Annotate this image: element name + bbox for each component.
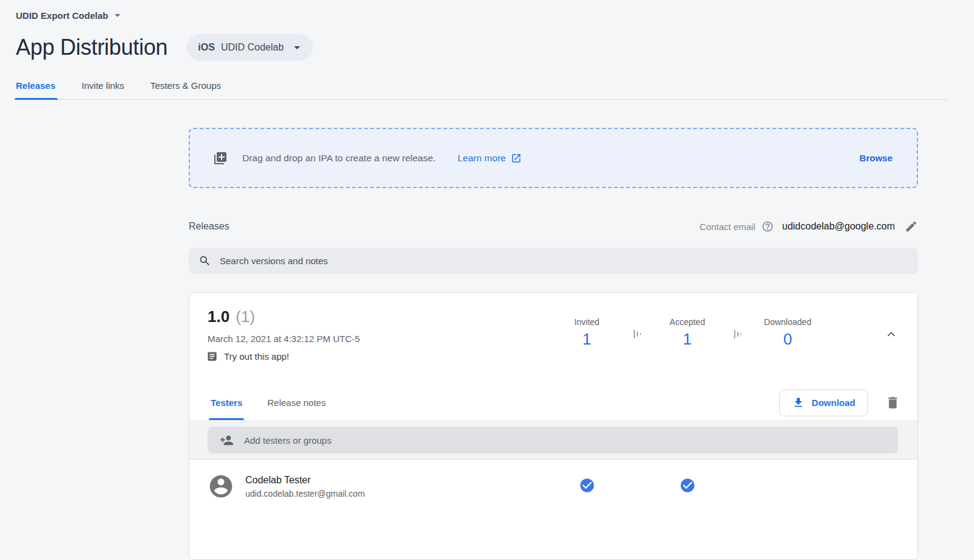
stat-invited-value: 1 <box>550 330 623 349</box>
learn-more-label: Learn more <box>458 153 506 164</box>
release-build-count: (1) <box>236 307 255 326</box>
release-stats: Invited 1 Accepted 1 Downloaded 0 <box>550 317 824 349</box>
ipa-dropzone[interactable]: Drag and drop an IPA to create a new rel… <box>189 128 918 188</box>
open-in-new-icon <box>511 153 522 164</box>
app-chip-name: UDID Codelab <box>221 42 284 53</box>
person-add-icon <box>220 433 234 447</box>
stat-separator-icon <box>623 317 651 339</box>
library-add-icon <box>213 151 228 166</box>
stat-downloaded: Downloaded 0 <box>751 317 824 349</box>
main-tab-bar: Releases Invite links Testers & Groups <box>15 75 947 100</box>
learn-more-link[interactable]: Learn more <box>458 153 522 164</box>
release-card: 1.0 (1) March 12, 2021 at 4:32:12 PM UTC… <box>189 292 918 560</box>
stat-invited: Invited 1 <box>550 317 623 349</box>
edit-contact-email-button[interactable] <box>905 220 918 233</box>
stat-accepted-value: 1 <box>651 330 724 349</box>
contact-email-label: Contact email <box>699 222 755 232</box>
tester-row: Codelab Tester udid.codelab.tester@gmail… <box>189 460 917 513</box>
tab-testers[interactable]: Testers <box>211 385 242 420</box>
invited-check-icon <box>579 477 595 494</box>
search-bar[interactable] <box>189 248 918 274</box>
trash-icon <box>885 395 900 410</box>
tab-release-notes[interactable]: Release notes <box>267 385 326 420</box>
help-icon[interactable] <box>762 220 774 233</box>
project-selector[interactable]: UDID Export Codelab <box>16 9 124 22</box>
stat-accepted: Accepted 1 <box>651 317 724 349</box>
release-version: 1.0 <box>208 307 229 326</box>
tab-testers-groups[interactable]: Testers & Groups <box>150 75 221 99</box>
dropzone-message: Drag and drop an IPA to create a new rel… <box>242 153 436 164</box>
page-header: UDID Export Codelab App Distribution iOS… <box>0 0 974 61</box>
stat-downloaded-label: Downloaded <box>751 317 824 327</box>
chevron-up-icon <box>884 327 899 341</box>
add-testers-field[interactable] <box>208 427 898 453</box>
add-testers-input[interactable] <box>244 435 886 446</box>
app-selector-chip[interactable]: iOS UDID Codelab <box>187 34 313 61</box>
download-button-label: Download <box>811 397 855 408</box>
tab-releases[interactable]: Releases <box>16 75 55 99</box>
caret-down-icon <box>290 40 304 55</box>
add-testers-section <box>189 421 917 460</box>
ios-platform-icon: iOS <box>198 42 215 53</box>
download-icon <box>792 396 805 409</box>
tester-name: Codelab Tester <box>245 475 365 486</box>
search-input[interactable] <box>220 256 908 266</box>
release-notes-preview: Try out this app! <box>224 351 289 362</box>
avatar-icon <box>208 473 234 500</box>
notes-icon <box>206 351 218 362</box>
caret-down-icon <box>111 9 124 22</box>
download-button[interactable]: Download <box>779 390 868 416</box>
tab-invite-links[interactable]: Invite links <box>82 75 124 99</box>
contact-email-value: udidcodelab@google.com <box>782 221 895 232</box>
stat-invited-label: Invited <box>550 317 623 327</box>
pencil-icon <box>905 220 918 233</box>
stat-downloaded-value: 0 <box>751 330 824 349</box>
release-toolbar: Testers Release notes Download <box>189 385 917 421</box>
stat-accepted-label: Accepted <box>651 317 724 327</box>
releases-section-heading: Releases <box>189 221 229 232</box>
browse-button[interactable]: Browse <box>860 153 892 163</box>
tester-email: udid.codelab.tester@gmail.com <box>245 489 365 499</box>
delete-release-button[interactable] <box>885 395 900 410</box>
page-title: App Distribution <box>16 35 167 60</box>
collapse-release-button[interactable] <box>884 327 899 341</box>
stat-separator-icon <box>724 317 751 339</box>
project-name: UDID Export Codelab <box>16 10 108 21</box>
accepted-check-icon <box>679 477 696 494</box>
search-icon <box>198 254 211 267</box>
